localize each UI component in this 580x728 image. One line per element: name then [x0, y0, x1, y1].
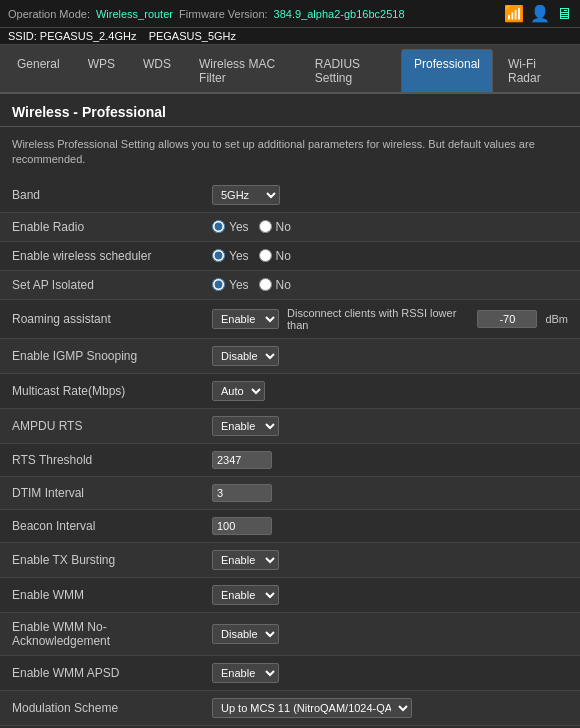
- input-rts-threshold[interactable]: [212, 451, 272, 469]
- row-rts-threshold: RTS Threshold: [0, 443, 580, 476]
- radio-input-no-ws[interactable]: [259, 249, 272, 262]
- label-wireless-scheduler: Enable wireless scheduler: [0, 241, 200, 270]
- label-tx-bursting: Enable TX Bursting: [0, 542, 200, 577]
- radio-input-no-enable-radio[interactable]: [259, 220, 272, 233]
- page-description: Wireless Professional Setting allows you…: [0, 133, 580, 178]
- label-roaming-assistant: Roaming assistant: [0, 299, 200, 338]
- radio-label-yes: Yes: [229, 220, 249, 234]
- person-icon: 👤: [530, 4, 550, 23]
- radio-input-no-api[interactable]: [259, 278, 272, 291]
- input-dtim-interval[interactable]: [212, 484, 272, 502]
- label-igmp-snooping: Enable IGMP Snooping: [0, 338, 200, 373]
- ssid-label: SSID:: [8, 30, 37, 42]
- roaming-group: Enable Disable Disconnect clients with R…: [212, 307, 568, 331]
- label-modulation-scheme: Modulation Scheme: [0, 690, 200, 725]
- wifi-icon: 📶: [504, 4, 524, 23]
- nav-tabs: General WPS WDS Wireless MAC Filter RADI…: [0, 45, 580, 94]
- row-beacon-interval: Beacon Interval: [0, 509, 580, 542]
- label-enable-radio: Enable Radio: [0, 212, 200, 241]
- row-wireless-scheduler: Enable wireless scheduler Yes No: [0, 241, 580, 270]
- select-igmp-snooping[interactable]: Disable Enable: [212, 346, 279, 366]
- radio-input-yes-ws[interactable]: [212, 249, 225, 262]
- row-tx-bursting: Enable TX Bursting Enable Disable: [0, 542, 580, 577]
- tab-radius-setting[interactable]: RADIUS Setting: [302, 49, 399, 92]
- radio-yes-label-api: Yes: [229, 278, 249, 292]
- tab-wifi-radar[interactable]: Wi-Fi Radar: [495, 49, 574, 92]
- row-ampdu-rts: AMPDU RTS Enable Disable: [0, 408, 580, 443]
- select-band[interactable]: 5GHz 2.4GHz: [212, 185, 280, 205]
- select-wmm-apsd[interactable]: Enable Disable: [212, 663, 279, 683]
- label-rts-threshold: RTS Threshold: [0, 443, 200, 476]
- radio-yes-ap-isolated[interactable]: Yes: [212, 278, 249, 292]
- tab-professional[interactable]: Professional: [401, 49, 493, 92]
- select-tx-bursting[interactable]: Enable Disable: [212, 550, 279, 570]
- dbm-label: dBm: [545, 313, 568, 325]
- radio-yes-label-ws: Yes: [229, 249, 249, 263]
- select-ampdu-rts[interactable]: Enable Disable: [212, 416, 279, 436]
- select-modulation-scheme[interactable]: Up to MCS 11 (NitroQAM/1024-QAM) Up to M…: [212, 698, 412, 718]
- monitor-icon: 🖥: [556, 5, 572, 23]
- label-beacon-interval: Beacon Interval: [0, 509, 200, 542]
- radio-input-yes-api[interactable]: [212, 278, 225, 291]
- input-beacon-interval[interactable]: [212, 517, 272, 535]
- ssid-bar: SSID: PEGASUS_2.4GHz PEGASUS_5GHz: [0, 28, 580, 45]
- row-igmp-snooping: Enable IGMP Snooping Disable Enable: [0, 338, 580, 373]
- radio-no-enable-radio[interactable]: No: [259, 220, 291, 234]
- row-ap-isolated: Set AP Isolated Yes No: [0, 270, 580, 299]
- top-bar: Operation Mode: Wireless_router Firmware…: [0, 0, 580, 28]
- radio-group-enable-radio: Yes No: [212, 220, 568, 234]
- radio-input-yes-enable-radio[interactable]: [212, 220, 225, 233]
- label-wmm-no-ack: Enable WMM No-Acknowledgement: [0, 612, 200, 655]
- disconnect-text: Disconnect clients with RSSI lower than: [287, 307, 469, 331]
- radio-label-no: No: [276, 220, 291, 234]
- tab-general[interactable]: General: [4, 49, 73, 92]
- operation-mode-label: Operation Mode:: [8, 8, 90, 20]
- radio-group-wireless-scheduler: Yes No: [212, 249, 568, 263]
- label-ap-isolated: Set AP Isolated: [0, 270, 200, 299]
- operation-mode-value: Wireless_router: [96, 8, 173, 20]
- ssid-value-1: PEGASUS_2.4GHz: [40, 30, 137, 42]
- tab-wps[interactable]: WPS: [75, 49, 128, 92]
- settings-table: Band 5GHz 2.4GHz Enable Radio Yes: [0, 178, 580, 728]
- row-wmm-apsd: Enable WMM APSD Enable Disable: [0, 655, 580, 690]
- radio-no-label-api: No: [276, 278, 291, 292]
- row-enable-radio: Enable Radio Yes No: [0, 212, 580, 241]
- rssi-input[interactable]: [477, 310, 537, 328]
- row-dtim-interval: DTIM Interval: [0, 476, 580, 509]
- status-icons: 📶 👤 🖥: [504, 4, 572, 23]
- row-band: Band 5GHz 2.4GHz: [0, 178, 580, 213]
- radio-group-ap-isolated: Yes No: [212, 278, 568, 292]
- radio-yes-enable-radio[interactable]: Yes: [212, 220, 249, 234]
- radio-yes-wireless-scheduler[interactable]: Yes: [212, 249, 249, 263]
- radio-no-wireless-scheduler[interactable]: No: [259, 249, 291, 263]
- tab-wds[interactable]: WDS: [130, 49, 184, 92]
- page-title: Wireless - Professional: [0, 94, 580, 127]
- radio-no-label-ws: No: [276, 249, 291, 263]
- radio-no-ap-isolated[interactable]: No: [259, 278, 291, 292]
- label-wmm-apsd: Enable WMM APSD: [0, 655, 200, 690]
- select-roaming[interactable]: Enable Disable: [212, 309, 279, 329]
- firmware-value: 384.9_alpha2-gb16bc2518: [274, 8, 405, 20]
- row-roaming-assistant: Roaming assistant Enable Disable Disconn…: [0, 299, 580, 338]
- select-multicast-rate[interactable]: Auto 1 2: [212, 381, 265, 401]
- tab-wireless-mac-filter[interactable]: Wireless MAC Filter: [186, 49, 300, 92]
- select-wmm[interactable]: Enable Disable: [212, 585, 279, 605]
- select-wmm-no-ack[interactable]: Disable Enable: [212, 624, 279, 644]
- firmware-label: Firmware Version:: [179, 8, 268, 20]
- row-wmm-no-ack: Enable WMM No-Acknowledgement Disable En…: [0, 612, 580, 655]
- label-ampdu-rts: AMPDU RTS: [0, 408, 200, 443]
- label-wmm: Enable WMM: [0, 577, 200, 612]
- label-dtim-interval: DTIM Interval: [0, 476, 200, 509]
- row-modulation-scheme: Modulation Scheme Up to MCS 11 (NitroQAM…: [0, 690, 580, 725]
- row-multicast-rate: Multicast Rate(Mbps) Auto 1 2: [0, 373, 580, 408]
- label-multicast-rate: Multicast Rate(Mbps): [0, 373, 200, 408]
- row-wmm: Enable WMM Enable Disable: [0, 577, 580, 612]
- label-band: Band: [0, 178, 200, 213]
- ssid-value-2: PEGASUS_5GHz: [149, 30, 236, 42]
